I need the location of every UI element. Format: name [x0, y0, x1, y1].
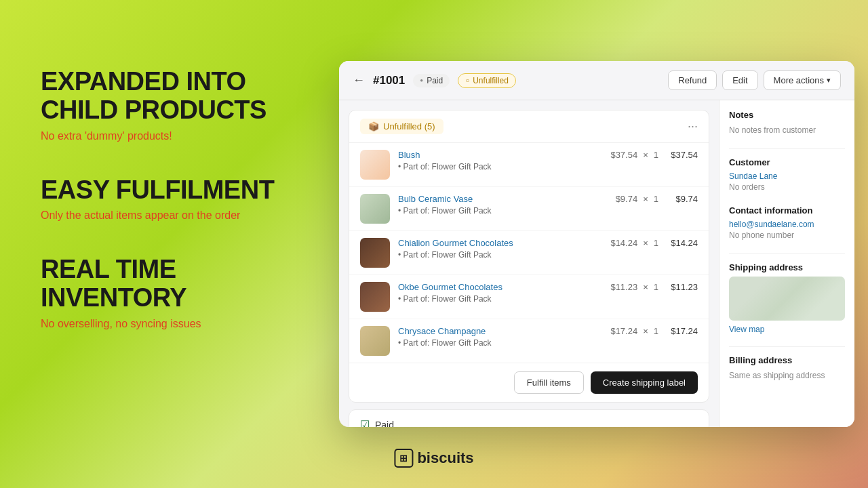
item-total-price: $11.23: [664, 282, 698, 292]
badge-unfulfilled: Unfulfilled: [458, 73, 516, 88]
item-details: Blush Part of: Flower Gift Pack: [398, 150, 597, 171]
badge-paid: Paid: [413, 74, 450, 87]
paid-label: Paid: [375, 420, 394, 428]
billing-title: Billing address: [729, 355, 845, 365]
feature-expanded-subtitle: No extra 'dummy' products!: [41, 130, 326, 142]
order-item: Chrysace Champagne Part of: Flower Gift …: [349, 319, 709, 363]
item-name[interactable]: Chrysace Champagne: [398, 326, 597, 336]
item-image: [360, 282, 390, 312]
item-image: [360, 150, 390, 180]
billing-text: Same as shipping address: [729, 369, 845, 382]
left-panel: Expanded into child products No extra 'd…: [41, 68, 326, 364]
contact-email[interactable]: hello@sundaelane.com: [729, 220, 845, 229]
back-arrow[interactable]: ←: [353, 73, 365, 87]
shipping-title: Shipping address: [729, 262, 845, 272]
order-item: Chialion Gourmet Chocolates Part of: Flo…: [349, 231, 709, 275]
create-shipping-label-button[interactable]: Create shipping label: [591, 371, 698, 394]
item-qty-x: ×: [643, 194, 648, 204]
item-part-of: Part of: Flower Gift Pack: [398, 162, 597, 171]
logo-text: biscuits: [417, 449, 473, 467]
logo-icon: [394, 449, 413, 468]
contact-title: Contact information: [729, 205, 845, 216]
item-pricing: $14.24 × 1 $14.24: [610, 238, 698, 248]
item-unit-price: $9.74: [616, 194, 638, 204]
right-sidebar: Notes No notes from customer Customer Su…: [719, 100, 854, 427]
order-item: Okbe Gourmet Chocolates Part of: Flower …: [349, 275, 709, 319]
item-part-of: Part of: Flower Gift Pack: [398, 338, 597, 348]
feature-inventory: Real time inventory No overselling, no s…: [41, 256, 326, 330]
unfulfilled-label: Unfulfilled (5): [383, 121, 435, 131]
item-total-price: $9.74: [664, 194, 698, 204]
notes-section: Notes No notes from customer: [729, 110, 845, 136]
view-map-link[interactable]: View map: [729, 325, 845, 334]
item-quantity: 1: [654, 282, 658, 292]
paid-card: ☑ Paid: [349, 409, 709, 427]
feature-inventory-title: Real time inventory: [41, 256, 326, 312]
box-icon: 📦: [368, 121, 379, 131]
divider-2: [729, 253, 845, 254]
customer-name[interactable]: Sundae Lane: [729, 171, 845, 181]
item-pricing: $37.54 × 1 $37.54: [610, 150, 698, 160]
refund-button[interactable]: Refund: [668, 70, 717, 90]
item-part-of: Part of: Flower Gift Pack: [398, 294, 597, 304]
item-qty-x: ×: [643, 150, 648, 160]
feature-expanded: Expanded into child products No extra 'd…: [41, 68, 326, 142]
more-actions-button[interactable]: More actions: [764, 70, 841, 90]
card-header: 📦 Unfulfilled (5) ···: [349, 110, 709, 143]
customer-orders: No orders: [729, 181, 845, 193]
item-pricing: $17.24 × 1 $17.24: [610, 326, 698, 336]
more-dots[interactable]: ···: [688, 119, 698, 134]
item-name[interactable]: Chialion Gourmet Chocolates: [398, 238, 597, 248]
item-name[interactable]: Blush: [398, 150, 597, 160]
item-quantity: 1: [654, 194, 658, 204]
item-qty-x: ×: [643, 326, 648, 336]
fulfill-items-button[interactable]: Fulfill items: [514, 371, 584, 394]
item-qty-x: ×: [643, 282, 648, 292]
item-pricing: $11.23 × 1 $11.23: [610, 282, 698, 292]
item-quantity: 1: [654, 150, 658, 160]
feature-inventory-subtitle: No overselling, no syncing issues: [41, 318, 326, 330]
item-name[interactable]: Bulb Ceramic Vase: [398, 194, 602, 204]
item-total-price: $17.24: [664, 326, 698, 336]
item-details: Chialion Gourmet Chocolates Part of: Flo…: [398, 238, 597, 260]
app-window: ← #1001 Paid Unfulfilled Refund Edit Mor…: [339, 61, 854, 427]
feature-fulfilment: Easy fulfilment Only the actual items ap…: [41, 176, 326, 222]
unfulfilled-badge: 📦 Unfulfilled (5): [360, 119, 443, 134]
paid-check-icon: ☑: [360, 418, 370, 427]
card-footer: Fulfill items Create shipping label: [349, 363, 709, 402]
item-total-price: $14.24: [664, 238, 698, 248]
item-details: Bulb Ceramic Vase Part of: Flower Gift P…: [398, 194, 602, 216]
item-image: [360, 238, 390, 268]
item-details: Okbe Gourmet Chocolates Part of: Flower …: [398, 282, 597, 304]
item-pricing: $9.74 × 1 $9.74: [616, 194, 698, 204]
order-card: 📦 Unfulfilled (5) ··· Blush Part of: Flo…: [349, 110, 709, 403]
item-unit-price: $17.24: [610, 326, 637, 336]
top-bar-actions: Refund Edit More actions: [668, 70, 841, 90]
divider-1: [729, 148, 845, 149]
item-part-of: Part of: Flower Gift Pack: [398, 206, 602, 216]
feature-fulfilment-title: Easy fulfilment: [41, 176, 326, 205]
customer-section: Customer Sundae Lane No orders: [729, 157, 845, 193]
items-container: Blush Part of: Flower Gift Pack $37.54 ×…: [349, 143, 709, 363]
order-item: Bulb Ceramic Vase Part of: Flower Gift P…: [349, 187, 709, 231]
item-image: [360, 326, 390, 356]
notes-text: No notes from customer: [729, 124, 845, 136]
item-part-of: Part of: Flower Gift Pack: [398, 250, 597, 260]
contact-section: Contact information hello@sundaelane.com…: [729, 205, 845, 241]
item-total-price: $37.54: [664, 150, 698, 160]
content-area: 📦 Unfulfilled (5) ··· Blush Part of: Flo…: [339, 100, 854, 427]
item-qty-x: ×: [643, 238, 648, 248]
logo: biscuits: [394, 449, 473, 468]
notes-title: Notes: [729, 110, 845, 120]
feature-fulfilment-subtitle: Only the actual items appear on the orde…: [41, 209, 326, 222]
item-quantity: 1: [654, 238, 658, 248]
shipping-map: [729, 277, 845, 321]
item-details: Chrysace Champagne Part of: Flower Gift …: [398, 326, 597, 348]
top-bar: ← #1001 Paid Unfulfilled Refund Edit Mor…: [339, 61, 854, 100]
item-unit-price: $37.54: [610, 150, 637, 160]
item-name[interactable]: Okbe Gourmet Chocolates: [398, 282, 597, 292]
contact-phone: No phone number: [729, 229, 845, 241]
order-id: #1001: [373, 74, 405, 87]
edit-button[interactable]: Edit: [722, 70, 757, 90]
main-panel: 📦 Unfulfilled (5) ··· Blush Part of: Flo…: [339, 100, 719, 427]
